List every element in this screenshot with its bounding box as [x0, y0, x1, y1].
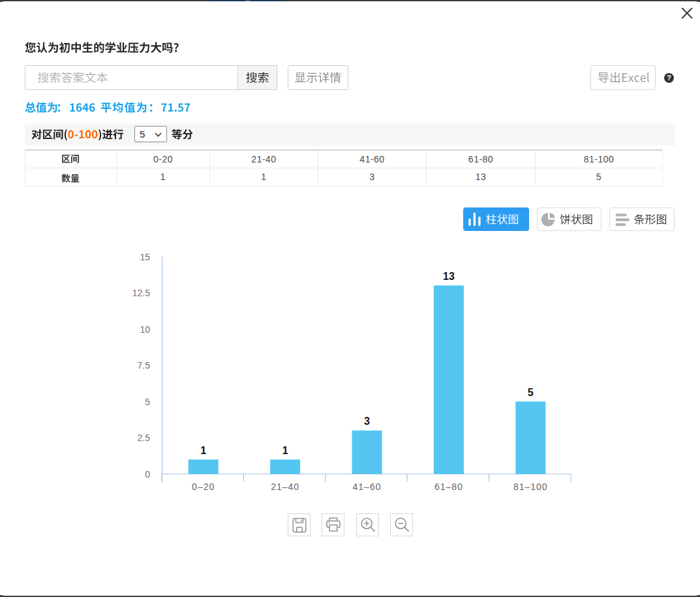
svg-text:0–20: 0–20 [192, 482, 215, 492]
svg-text:15: 15 [140, 252, 150, 262]
svg-text:1: 1 [200, 445, 206, 456]
svg-text:61–80: 61–80 [434, 482, 463, 492]
svg-text:3: 3 [364, 416, 370, 427]
svg-text:21–40: 21–40 [271, 482, 299, 492]
svg-text:0: 0 [145, 469, 150, 480]
svg-text:5: 5 [528, 387, 534, 398]
svg-text:10: 10 [140, 324, 150, 335]
svg-text:81–100: 81–100 [513, 482, 548, 492]
svg-text:12.5: 12.5 [132, 288, 150, 298]
svg-text:13: 13 [443, 271, 455, 282]
svg-text:41–60: 41–60 [353, 482, 382, 492]
svg-text:7.5: 7.5 [138, 360, 151, 371]
svg-text:5: 5 [145, 397, 150, 407]
svg-text:1: 1 [282, 445, 288, 456]
svg-text:2.5: 2.5 [138, 433, 151, 443]
